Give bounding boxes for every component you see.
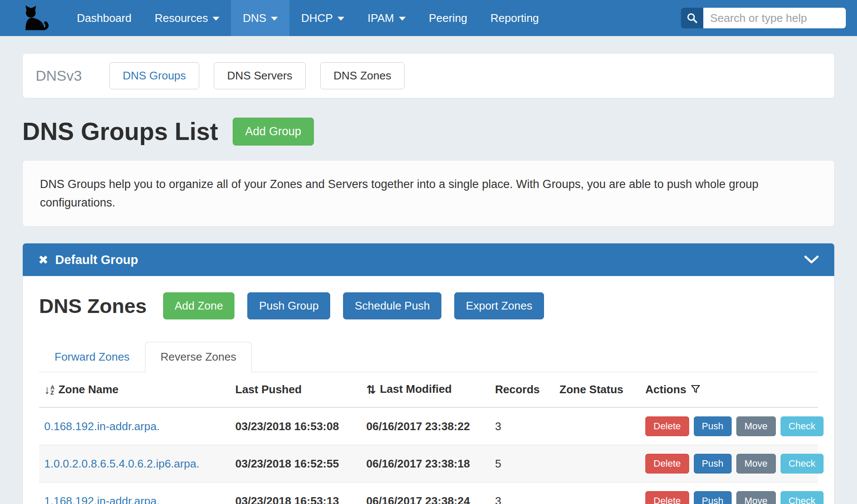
- sort-icon: ⇅: [366, 383, 376, 396]
- check-button[interactable]: Check: [781, 491, 824, 504]
- zone-status-value: [554, 445, 640, 483]
- tab-forward-zones[interactable]: Forward Zones: [39, 342, 145, 372]
- search-group: [681, 8, 846, 28]
- nav-item-dhcp[interactable]: DHCP: [289, 0, 356, 36]
- last-modified-value: 06/16/2017 23:38:24: [361, 483, 490, 504]
- nav-label: DHCP: [301, 12, 333, 25]
- delete-button[interactable]: Delete: [645, 454, 689, 474]
- nav-label: IPAM: [368, 12, 394, 25]
- zone-status-value: [554, 483, 640, 504]
- dnsv3-label: DNSv3: [36, 67, 82, 84]
- header-last-modified[interactable]: ⇅Last Modified: [361, 372, 490, 407]
- cat-logo: [21, 5, 51, 31]
- nav-item-peering[interactable]: Peering: [417, 0, 479, 36]
- caret-down-icon: [399, 17, 406, 21]
- group-title: Default Group: [55, 253, 138, 267]
- push-button[interactable]: Push: [694, 454, 732, 474]
- table-row: 1.168.192.in-addr.arpa. 03/23/2018 16:53…: [39, 483, 818, 504]
- main-nav: Dashboard Resources DNS DHCP IPAM Peerin…: [65, 0, 550, 36]
- header-actions: Actions: [640, 372, 818, 407]
- last-modified-value: 06/16/2017 23:38:18: [361, 445, 490, 483]
- default-group-panel: ✖ Default Group DNS Zones Add Zone Push …: [22, 243, 835, 504]
- nav-item-dashboard[interactable]: Dashboard: [65, 0, 143, 36]
- check-button[interactable]: Check: [781, 416, 824, 436]
- zone-link[interactable]: 1.0.0.2.0.8.6.5.4.0.6.2.ip6.arpa.: [44, 457, 199, 470]
- sort-alpha-icon: ↓ AZ: [44, 383, 55, 397]
- dns-groups-button[interactable]: DNS Groups: [109, 62, 199, 89]
- nav-label: Resources: [155, 12, 208, 25]
- move-button[interactable]: Move: [736, 491, 776, 504]
- zones-table: ↓ AZ Zone Name Last Pushed ⇅Last Modifie…: [39, 372, 818, 504]
- records-value: 3: [490, 483, 554, 504]
- push-button[interactable]: Push: [694, 491, 732, 504]
- add-zone-button[interactable]: Add Zone: [163, 292, 235, 319]
- last-pushed-value: 03/23/2018 16:53:13: [230, 483, 361, 504]
- caret-down-icon: [337, 17, 344, 21]
- nav-label: Peering: [429, 12, 468, 25]
- schedule-push-button[interactable]: Schedule Push: [343, 292, 441, 319]
- records-value: 3: [490, 407, 554, 445]
- header-records: Records: [490, 372, 554, 407]
- nav-item-resources[interactable]: Resources: [143, 0, 231, 36]
- delete-button[interactable]: Delete: [645, 491, 689, 504]
- page-title: DNS Groups List: [22, 117, 218, 146]
- close-icon[interactable]: ✖: [38, 253, 48, 267]
- group-panel-header: ✖ Default Group: [23, 243, 834, 276]
- dns-zones-button[interactable]: DNS Zones: [320, 62, 404, 89]
- caret-down-icon: [213, 17, 219, 21]
- nav-item-reporting[interactable]: Reporting: [479, 0, 550, 36]
- groups-description: DNS Groups help you to organize all of y…: [22, 160, 835, 227]
- last-pushed-value: 03/23/2018 16:53:08: [230, 407, 361, 445]
- add-group-button[interactable]: Add Group: [233, 118, 314, 146]
- zone-status-value: [554, 407, 640, 445]
- move-button[interactable]: Move: [736, 416, 776, 436]
- caret-down-icon: [271, 17, 278, 21]
- table-row: 0.168.192.in-addr.arpa. 03/23/2018 16:53…: [39, 407, 818, 445]
- zone-link[interactable]: 1.168.192.in-addr.arpa.: [44, 495, 160, 504]
- records-value: 5: [490, 445, 554, 483]
- last-pushed-value: 03/23/2018 16:52:55: [230, 445, 361, 483]
- table-row: 1.0.0.2.0.8.6.5.4.0.6.2.ip6.arpa. 03/23/…: [39, 445, 818, 483]
- zone-link[interactable]: 0.168.192.in-addr.arpa.: [44, 420, 160, 433]
- check-button[interactable]: Check: [781, 454, 824, 474]
- dns-servers-button[interactable]: DNS Servers: [214, 62, 306, 89]
- header-zone-name[interactable]: ↓ AZ Zone Name: [39, 372, 230, 407]
- nav-label: DNS: [243, 12, 266, 25]
- move-button[interactable]: Move: [736, 454, 776, 474]
- zones-tabs: Forward Zones Reverse Zones: [39, 342, 818, 372]
- header-last-pushed[interactable]: Last Pushed: [230, 372, 361, 407]
- search-input[interactable]: [703, 8, 846, 28]
- dns-zones-title: DNS Zones: [39, 294, 147, 318]
- tab-reverse-zones[interactable]: Reverse Zones: [145, 342, 252, 372]
- header-zone-status: Zone Status: [554, 372, 640, 407]
- filter-icon[interactable]: [690, 384, 701, 395]
- search-icon[interactable]: [681, 8, 703, 28]
- delete-button[interactable]: Delete: [645, 416, 689, 436]
- chevron-down-icon[interactable]: [804, 255, 819, 264]
- top-navbar: Dashboard Resources DNS DHCP IPAM Peerin…: [0, 0, 857, 36]
- push-group-button[interactable]: Push Group: [247, 292, 330, 319]
- dnsv3-subnav: DNSv3 DNS Groups DNS Servers DNS Zones: [22, 53, 835, 98]
- nav-item-dns[interactable]: DNS: [231, 0, 289, 36]
- last-modified-value: 06/16/2017 23:38:22: [361, 407, 490, 445]
- nav-item-ipam[interactable]: IPAM: [356, 0, 417, 36]
- push-button[interactable]: Push: [694, 416, 732, 436]
- nav-label: Dashboard: [77, 12, 131, 25]
- export-zones-button[interactable]: Export Zones: [454, 292, 544, 319]
- nav-label: Reporting: [490, 12, 539, 25]
